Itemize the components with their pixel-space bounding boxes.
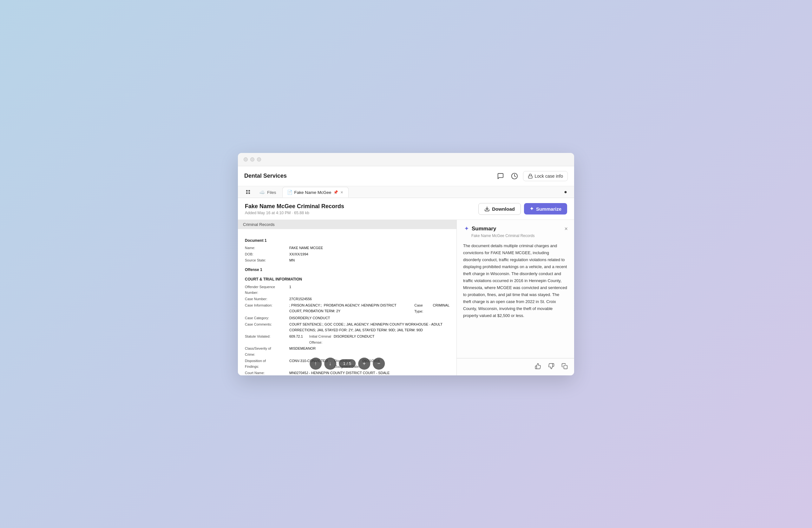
grid-icon — [246, 189, 250, 195]
case-category-row: Case Category: DISORDERLY CONDUCT — [245, 315, 449, 321]
summarize-label: Summarize — [536, 206, 562, 212]
document-header: Fake Name McGee Criminal Records Added M… — [238, 198, 574, 220]
name-row: Name: FAKE NAME MCGEE — [245, 245, 449, 251]
chat-icon — [497, 173, 504, 180]
offender-seq-label: Offender SequenceNumber: — [245, 284, 289, 296]
svg-rect-2 — [246, 190, 248, 192]
doc-section-header: Criminal Records — [238, 220, 456, 229]
summarize-button[interactable]: ✦ Summarize — [524, 203, 567, 214]
history-icon — [511, 173, 518, 180]
document-viewer[interactable]: Criminal Records Document 1 Name: FAKE N… — [238, 220, 457, 375]
circle-icon: ● — [564, 189, 567, 195]
document-info: Fake Name McGee Criminal Records Added M… — [245, 203, 344, 215]
download-icon — [484, 206, 490, 212]
case-type-label-inline: Case Type: — [414, 302, 433, 315]
svg-rect-3 — [248, 190, 250, 192]
scroll-up-button[interactable]: ↑ — [309, 358, 322, 370]
pin-icon: 📌 — [333, 190, 338, 195]
class-severity-label: Class/Severity ofCrime: — [245, 345, 289, 357]
name-value: FAKE NAME MCGEE — [289, 245, 323, 251]
lock-case-button[interactable]: Lock case info — [523, 171, 568, 181]
case-comments-label: Case Comments: — [245, 322, 289, 333]
court-name-row: Court Name: MN027045J - HENNEPIN COUNTY … — [245, 370, 449, 375]
dob-value: XX/XX/1994 — [289, 251, 308, 257]
case-number-value: 27CR1524556 — [289, 296, 312, 302]
case-info-value: ; PRISON AGENCY:; PROBATION AGENCY: HENN… — [289, 302, 405, 315]
close-traffic-light[interactable] — [244, 157, 248, 161]
svg-rect-7 — [564, 365, 567, 369]
lock-case-label: Lock case info — [535, 174, 563, 179]
case-number-row: Case Number: 27CR1524556 — [245, 296, 449, 302]
tab-doc-icon: 📄 — [287, 190, 292, 195]
copy-icon — [562, 363, 568, 369]
document-meta: Added May 16 at 4:10 PM · 65.88 kb — [245, 211, 344, 215]
lock-icon — [528, 174, 533, 179]
zoom-out-button[interactable]: − — [373, 358, 385, 370]
case-category-label: Case Category: — [245, 315, 289, 321]
active-tab-label: Fake Name McGee — [294, 190, 332, 195]
court-trial-label: COURT & TRIAL INFORMATION — [245, 276, 449, 282]
class-severity-row: Class/Severity ofCrime: MISDEMEANOR — [245, 345, 449, 357]
offense1-label: Offense 1 — [245, 267, 449, 273]
thumbs-up-icon — [535, 363, 541, 369]
statute-value: 609.72.1 — [289, 333, 303, 345]
main-content: Criminal Records Document 1 Name: FAKE N… — [238, 220, 574, 375]
title-bar — [238, 153, 574, 166]
offender-seq-row: Offender SequenceNumber: 1 — [245, 284, 449, 296]
court-name-value: MN027045J - HENNEPIN COUNTY DISTRICT COU… — [289, 370, 390, 375]
tab-settings-button[interactable]: ● — [562, 187, 569, 197]
active-tab[interactable]: 📄 Fake Name McGee 📌 × — [282, 187, 349, 197]
case-comments-value: COURT SENTENCE:; GOC CODE:; JAIL AGENCY:… — [289, 322, 449, 333]
summary-subtitle: Fake Name McGee Criminal Records — [472, 233, 568, 238]
zoom-in-button[interactable]: + — [358, 358, 370, 370]
case-category-value: DISORDERLY CONDUCT — [289, 315, 330, 321]
case-type-value: CRIMINAL — [433, 302, 449, 315]
grid-view-button[interactable] — [243, 186, 253, 198]
page-indicator: 1 / 5 — [339, 359, 356, 368]
initial-criminal-value: DISORDERLY CONDUCT — [334, 333, 375, 345]
cloud-icon: ☁️ — [259, 189, 265, 195]
tabs-right-area: ● — [562, 187, 569, 197]
summary-footer — [457, 358, 574, 375]
chat-icon-button[interactable] — [495, 171, 506, 182]
tabs-bar: ☁️ Files 📄 Fake Name McGee 📌 × ● — [238, 186, 574, 198]
header-actions: Lock case info — [495, 171, 568, 182]
offender-seq-value: 1 — [289, 284, 291, 296]
class-severity-value: MISDEMEANOR — [289, 345, 316, 357]
court-name-label: Court Name: — [245, 370, 289, 375]
source-state-label: Source State: — [245, 257, 289, 263]
main-window: Dental Services Lock case info ☁️ Files … — [238, 153, 574, 375]
summary-close-icon: × — [564, 226, 568, 232]
history-icon-button[interactable] — [509, 171, 520, 182]
side-panel: ✦ Summary × Fake Name McGee Criminal Rec… — [457, 220, 574, 375]
files-tab-label: Files — [267, 190, 276, 195]
app-title: Dental Services — [244, 173, 287, 179]
svg-rect-5 — [248, 192, 250, 194]
summary-title-text: Summary — [472, 226, 496, 232]
svg-rect-1 — [528, 176, 532, 178]
case-info-row: Case Information: ; PRISON AGENCY:; PROB… — [245, 302, 449, 315]
summary-panel: ✦ Summary × Fake Name McGee Criminal Rec… — [457, 220, 574, 358]
download-button[interactable]: Download — [478, 203, 521, 215]
summary-text: The document details multiple criminal c… — [463, 242, 568, 319]
doc1-label: Document 1 — [245, 237, 449, 244]
document-actions: Download ✦ Summarize — [478, 203, 567, 215]
document-title: Fake Name McGee Criminal Records — [245, 203, 344, 210]
thumbs-up-button[interactable] — [534, 362, 542, 372]
source-state-row: Source State: MN — [245, 257, 449, 263]
sparkle-icon: ✦ — [530, 206, 534, 212]
scroll-down-button[interactable]: ↓ — [324, 358, 336, 370]
disposition-label: Disposition ofFindings: — [245, 358, 289, 370]
svg-rect-4 — [246, 192, 248, 194]
copy-button[interactable] — [560, 362, 569, 372]
files-tab[interactable]: ☁️ Files — [255, 187, 281, 198]
summary-close-button[interactable]: × — [564, 226, 568, 232]
summary-title: ✦ Summary — [463, 226, 496, 232]
thumbs-down-button[interactable] — [547, 362, 556, 372]
tab-close-label: × — [340, 190, 343, 195]
maximize-traffic-light[interactable] — [257, 157, 261, 161]
summary-title-row: ✦ Summary × — [463, 226, 568, 232]
minimize-traffic-light[interactable] — [250, 157, 255, 161]
tab-close-button[interactable]: × — [340, 190, 344, 195]
source-state-value: MN — [289, 257, 295, 263]
